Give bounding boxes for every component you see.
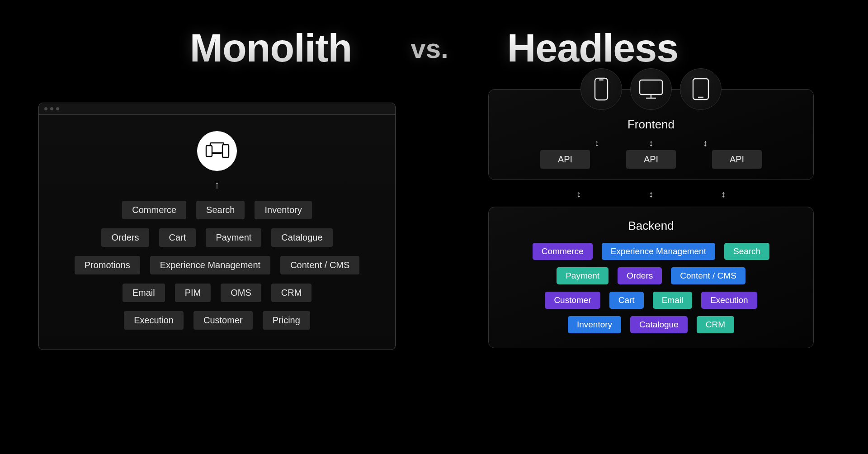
monolith-chip-rows: CommerceSearchInventoryOrdersCartPayment… xyxy=(75,201,360,330)
frontend-label: Frontend xyxy=(627,118,675,132)
monolith-chip: Search xyxy=(196,201,245,219)
monolith-chip: Customer xyxy=(193,311,253,330)
arrow-up-icon: ↑ xyxy=(215,179,220,191)
double-arrow-icon: ↕ xyxy=(649,189,653,199)
monolith-chip: Payment xyxy=(206,228,261,247)
svg-rect-3 xyxy=(222,145,229,157)
api-chip: API xyxy=(540,150,590,169)
backend-chip: Catalogue xyxy=(630,316,688,333)
backend-chip: Experience Management xyxy=(602,243,715,260)
svg-rect-6 xyxy=(640,80,662,95)
double-arrow-icon: ↕ xyxy=(649,138,653,148)
svg-rect-1 xyxy=(212,153,222,154)
svg-rect-2 xyxy=(206,146,212,156)
backend-chip: Content / CMS xyxy=(671,267,745,284)
window-dot xyxy=(56,107,59,110)
title-monolith: Monolith xyxy=(190,25,352,71)
monolith-chip: OMS xyxy=(221,284,261,302)
backend-chip: Customer xyxy=(545,292,600,309)
desktop-icon xyxy=(630,68,672,110)
monolith-chip: Cart xyxy=(159,228,196,247)
monolith-chip: Promotions xyxy=(75,256,140,274)
monolith-chip: Commerce xyxy=(122,201,186,219)
api-chip: API xyxy=(712,150,762,169)
monolith-chip: CRM xyxy=(271,284,312,302)
double-arrow-icon: ↕ xyxy=(703,138,708,148)
monolith-chip: PIM xyxy=(175,284,211,302)
backend-chip: Commerce xyxy=(533,243,593,260)
backend-chip: Payment xyxy=(557,267,609,284)
backend-chip: Email xyxy=(653,292,693,309)
backend-label: Backend xyxy=(628,219,674,233)
title-headless: Headless xyxy=(507,25,678,71)
backend-chip: Inventory xyxy=(568,316,621,333)
monolith-chip: Email xyxy=(123,284,165,302)
backend-chip: Orders xyxy=(618,267,662,284)
svg-rect-5 xyxy=(599,80,604,80)
double-arrow-icon: ↕ xyxy=(721,189,726,199)
monolith-chip: Pricing xyxy=(263,311,310,330)
double-arrow-icon: ↕ xyxy=(576,189,581,199)
devices-icon xyxy=(197,131,237,171)
window-dot xyxy=(44,107,47,110)
monolith-chip: Catalogue xyxy=(271,228,332,247)
backend-chip: Search xyxy=(724,243,769,260)
tablet-icon xyxy=(680,68,722,110)
monolith-chip: Execution xyxy=(124,311,184,330)
window-titlebar xyxy=(39,103,395,115)
backend-chip: CRM xyxy=(697,316,734,333)
window-dot xyxy=(50,107,53,110)
backend-chip: Cart xyxy=(609,292,644,309)
monolith-chip: Inventory xyxy=(255,201,311,219)
backend-panel: Backend CommerceExperience ManagementSea… xyxy=(488,207,814,348)
phone-icon xyxy=(580,68,622,110)
api-chip: API xyxy=(626,150,676,169)
monolith-window: ↑ CommerceSearchInventoryOrdersCartPayme… xyxy=(38,103,396,350)
double-arrow-icon: ↕ xyxy=(594,138,599,148)
title-vs: vs. xyxy=(410,33,448,64)
backend-chip: Execution xyxy=(701,292,757,309)
monolith-chip: Content / CMS xyxy=(280,256,359,274)
svg-rect-4 xyxy=(595,78,608,100)
monolith-chip: Orders xyxy=(101,228,149,247)
monolith-chip: Experience Management xyxy=(150,256,270,274)
svg-rect-9 xyxy=(693,79,708,99)
